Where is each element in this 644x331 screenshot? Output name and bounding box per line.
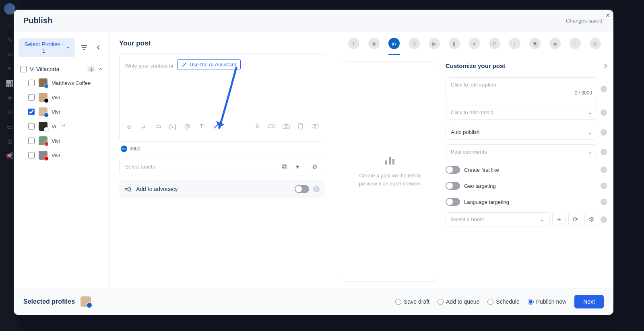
close-button[interactable]: [603, 10, 613, 20]
gmb-tab-icon[interactable]: ▮: [449, 38, 460, 49]
info-icon[interactable]: i: [601, 183, 607, 189]
snapchat-tab-icon[interactable]: 👻: [529, 38, 541, 49]
chart-placeholder-icon: [384, 156, 396, 165]
info-icon[interactable]: i: [313, 186, 320, 192]
profile-checkbox[interactable]: [28, 138, 35, 144]
linkedin-badge-icon: [44, 113, 49, 117]
video-icon[interactable]: [268, 122, 276, 130]
bluesky-tab-icon[interactable]: ◆: [549, 38, 561, 49]
svg-rect-4: [268, 125, 273, 128]
pinterest-tab-icon[interactable]: P: [489, 38, 500, 49]
advocacy-label: Add to advocacy: [136, 186, 291, 192]
profiles-panel: Select Profiles · 1 Vi Villacorta 1: [14, 32, 109, 288]
publish-now-option[interactable]: Publish now: [528, 298, 567, 305]
profile-item[interactable]: Vivi: [19, 134, 104, 148]
add-queue-radio[interactable]: [438, 299, 444, 305]
publish-now-radio[interactable]: [528, 299, 534, 305]
link-icon[interactable]: [253, 122, 261, 130]
labels-settings-icon[interactable]: ⚙: [310, 162, 319, 171]
info-icon[interactable]: i: [601, 149, 607, 155]
info-icon[interactable]: i: [601, 216, 607, 223]
select-profiles-button[interactable]: Select Profiles · 1: [19, 38, 75, 57]
save-draft-option[interactable]: Save draft: [395, 298, 429, 305]
modal-footer: Selected profiles Save draft Add to queu…: [14, 288, 613, 315]
template-icon[interactable]: ▭: [154, 122, 162, 130]
facebook-tab-icon[interactable]: f: [348, 38, 359, 49]
first-like-toggle[interactable]: [446, 166, 460, 174]
ai-wand-icon[interactable]: [212, 122, 220, 130]
profile-checkbox[interactable]: [28, 109, 35, 115]
publish-mode-select[interactable]: Auto publish ⌄: [446, 125, 597, 140]
collapse-icon[interactable]: [93, 42, 104, 53]
profile-name: Vivi: [52, 109, 60, 115]
schedule-option[interactable]: Schedule: [487, 298, 519, 305]
tumblr-tab-icon[interactable]: t: [570, 38, 581, 49]
camera-icon[interactable]: [282, 122, 290, 130]
text-format-icon[interactable]: T: [198, 122, 206, 130]
svg-point-6: [285, 125, 287, 128]
profile-checkbox[interactable]: [28, 152, 35, 158]
instagram-tab-icon[interactable]: ◉: [368, 38, 380, 49]
caption-field[interactable]: Click to edit caption 0 / 3000: [446, 77, 597, 100]
boost-row: Select a boost ⌄ + ⟳ ⚙ i: [446, 212, 607, 226]
boost-settings-button[interactable]: ⚙: [584, 213, 598, 226]
group-name: Vi Villacorta: [30, 66, 84, 72]
svg-point-1: [183, 63, 184, 64]
info-icon[interactable]: i: [601, 86, 607, 92]
emoji-icon[interactable]: ☺: [125, 122, 133, 130]
save-draft-radio[interactable]: [395, 299, 401, 305]
profile-group-header[interactable]: Vi Villacorta 1: [19, 63, 104, 76]
ai-assistant-button[interactable]: Use the AI Assistant: [177, 59, 241, 70]
language-toggle[interactable]: [446, 198, 460, 206]
chevron-right-icon: [604, 64, 607, 68]
profile-checkbox[interactable]: [28, 80, 35, 86]
profile-item[interactable]: Vivi: [19, 90, 104, 105]
comments-field[interactable]: Post comments ⌄: [446, 144, 597, 159]
boost-add-button[interactable]: +: [552, 213, 566, 226]
tiktok-tab-icon[interactable]: ♪: [509, 38, 520, 49]
composer-toolbar: ☺ # ▭ {+} @ T: [125, 122, 319, 130]
post-composer[interactable]: Write your content or Use the AI Assista…: [119, 53, 325, 142]
filter-icon[interactable]: [78, 42, 90, 53]
variable-icon[interactable]: {+}: [169, 122, 177, 130]
profile-checkbox[interactable]: [28, 94, 35, 101]
linkedin-tab-icon[interactable]: in: [388, 38, 400, 49]
labels-link-icon[interactable]: [280, 162, 289, 171]
profile-item[interactable]: Vivi: [19, 105, 104, 119]
customize-header[interactable]: Customize your post: [446, 62, 607, 72]
x-tab-icon[interactable]: 𝕏: [409, 38, 420, 49]
profile-checkbox[interactable]: [28, 123, 35, 130]
comments-placeholder: Post comments: [451, 149, 487, 155]
hashtag-icon[interactable]: #: [140, 122, 148, 130]
youtube-tab-icon[interactable]: ▶: [429, 38, 440, 49]
reddit-tab-icon[interactable]: ●: [469, 38, 480, 49]
advocacy-toggle[interactable]: [295, 185, 309, 193]
document-icon[interactable]: [297, 122, 305, 130]
threads-tab-icon[interactable]: @: [590, 38, 601, 49]
overlap-icon[interactable]: [311, 122, 319, 130]
linkedin-icon: in: [121, 146, 127, 152]
caption-counter: 0 / 3000: [575, 90, 592, 96]
profile-item[interactable]: Matthews Coffee: [19, 76, 104, 90]
media-field[interactable]: Click to edit media ⌄: [446, 105, 597, 120]
preview-panel: f ◉ in 𝕏 ▶ ▮ ● P ♪ 👻 ◆ t @: [335, 32, 613, 288]
boost-select[interactable]: Select a boost ⌄: [446, 212, 550, 226]
info-icon[interactable]: i: [601, 167, 607, 173]
mention-icon[interactable]: @: [183, 122, 191, 130]
info-icon[interactable]: i: [601, 199, 607, 205]
info-icon[interactable]: i: [601, 109, 607, 116]
info-icon[interactable]: i: [601, 129, 607, 136]
labels-dropdown-icon[interactable]: ▾: [293, 162, 302, 171]
facebook-badge-icon: [44, 84, 49, 88]
profile-item[interactable]: Vivi: [19, 148, 104, 162]
selected-profile-avatar[interactable]: [80, 296, 91, 307]
add-queue-option[interactable]: Add to queue: [438, 298, 479, 305]
labels-selector[interactable]: Select labels ▾ ⚙: [119, 158, 325, 175]
geo-toggle[interactable]: [446, 182, 460, 190]
group-checkbox[interactable]: [20, 66, 27, 72]
next-button[interactable]: Next: [574, 295, 604, 308]
avatar: [39, 93, 47, 102]
boost-refresh-button[interactable]: ⟳: [568, 213, 582, 226]
schedule-radio[interactable]: [487, 299, 493, 305]
profile-item[interactable]: Vi: [19, 119, 104, 134]
